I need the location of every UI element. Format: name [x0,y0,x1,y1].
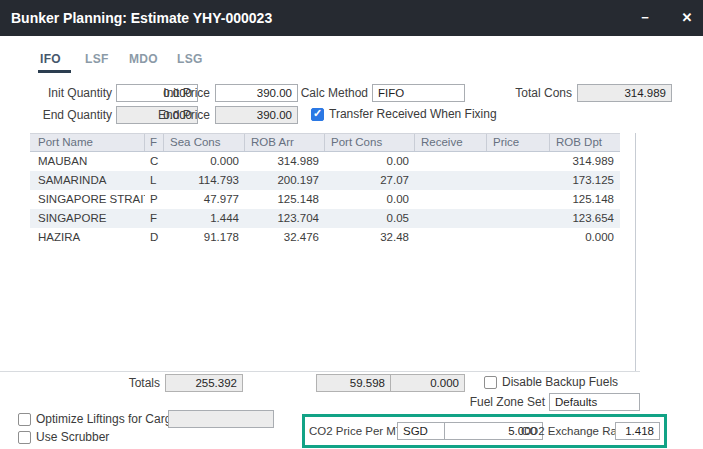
calc-method-input[interactable]: FIFO [372,84,465,102]
optimize-liftings-checkbox[interactable] [18,413,31,426]
cell-port-name: MAUBAN [30,152,145,171]
totals-receive: 0.000 [390,374,465,392]
co2-exchange-rate-label: CO2 Exchange Rate [521,422,611,440]
column-header-sea-cons[interactable]: Sea Cons [164,134,245,151]
cell-receive [415,228,487,247]
close-icon[interactable]: ✕ [676,0,698,36]
cell-port-name: SAMARINDA [30,171,145,190]
column-header-port-cons[interactable]: Port Cons [325,134,415,151]
co2-highlight-box: CO2 Price Per MT SGD 5.000 CO2 Exchange … [302,414,667,448]
table-row[interactable]: SAMARINDA L 114.793 200.197 27.07 173.12… [30,171,620,190]
end-price-label: End Price [140,106,210,124]
titlebar: Bunker Planning: Estimate YHY-000023 − ✕ [0,0,703,36]
column-header-port-name[interactable]: Port Name [30,134,145,151]
cell-rob-dpt: 173.125 [550,171,620,190]
table-row[interactable]: MAUBAN C 0.000 314.989 0.00 314.989 [30,152,620,171]
cell-port-cons: 27.07 [325,171,415,190]
cell-price [487,228,550,247]
column-header-f[interactable]: F [145,134,164,151]
optimize-liftings-label: Optimize Liftings for Cargo: [36,412,181,427]
transfer-received-checkbox[interactable] [311,108,324,121]
cell-sea-cons: 114.793 [164,171,245,190]
init-quantity-label: Init Quantity [16,84,112,102]
cell-port-cons: 0.05 [325,209,415,228]
cell-sea-cons: 0.000 [164,152,245,171]
cell-rob-dpt: 314.989 [550,152,620,171]
cell-rob-dpt: 125.148 [550,190,620,209]
tab-mdo[interactable]: MDO [129,52,158,66]
column-header-rob-dpt[interactable]: ROB Dpt [550,134,620,151]
cell-rob-arr: 200.197 [245,171,325,190]
end-quantity-label: End Quantity [16,106,112,124]
cell-rob-arr: 314.989 [245,152,325,171]
cell-f: F [145,209,164,228]
cell-receive [415,190,487,209]
cell-receive [415,152,487,171]
cell-price [487,171,550,190]
cell-price [487,209,550,228]
total-cons-input[interactable]: 314.989 [577,84,672,102]
disable-backup-fuels-label: Disable Backup Fuels [502,375,618,390]
total-cons-label: Total Cons [500,84,572,102]
cell-f: P [145,190,164,209]
init-price-label: Init Price [140,84,210,102]
column-header-receive[interactable]: Receive [415,134,487,151]
cell-rob-arr: 32.476 [245,228,325,247]
init-price-input[interactable]: 390.00 [215,84,298,102]
cell-price [487,152,550,171]
column-header-price[interactable]: Price [487,134,550,151]
column-header-rob-arr[interactable]: ROB Arr [245,134,325,151]
totals-label: Totals [100,374,160,392]
use-scrubber-checkbox[interactable] [18,431,31,444]
cell-port-cons: 0.00 [325,190,415,209]
table-header: Port Name F Sea Cons ROB Arr Port Cons R… [30,133,620,152]
co2-price-label: CO2 Price Per MT [309,422,393,440]
table-row[interactable]: HAZIRA D 91.178 32.476 32.48 0.000 [30,228,620,247]
cell-port-name: SINGAPORE STRAIT [30,190,145,209]
optimize-liftings-input[interactable] [168,410,274,428]
tab-lsg[interactable]: LSG [177,52,203,66]
section-divider [0,371,640,372]
grid-right-border [635,133,636,372]
totals-port-cons: 59.598 [316,374,391,392]
dialog-title: Bunker Planning: Estimate YHY-000023 [11,0,272,36]
fuel-zone-set-input[interactable]: Defaults [549,393,640,411]
cell-port-cons: 0.00 [325,152,415,171]
cell-port-cons: 32.48 [325,228,415,247]
cell-rob-arr: 125.148 [245,190,325,209]
table-row[interactable]: SINGAPORE STRAIT P 47.977 125.148 0.00 1… [30,190,620,209]
tab-ifo[interactable]: IFO [40,52,61,66]
cell-f: C [145,152,164,171]
cell-sea-cons: 47.977 [164,190,245,209]
active-tab-underline [38,70,71,73]
cell-sea-cons: 1.444 [164,209,245,228]
cell-receive [415,209,487,228]
cell-f: L [145,171,164,190]
cell-price [487,190,550,209]
cell-receive [415,171,487,190]
totals-sea-cons: 255.392 [165,374,243,392]
cell-sea-cons: 91.178 [164,228,245,247]
bunker-planning-dialog: Bunker Planning: Estimate YHY-000023 − ✕… [0,0,703,449]
minimize-icon[interactable]: − [634,0,656,36]
cell-port-name: HAZIRA [30,228,145,247]
table-row[interactable]: SINGAPORE F 1.444 123.704 0.05 123.654 [30,209,620,228]
co2-currency-input[interactable]: SGD [397,422,445,440]
co2-exchange-rate-input[interactable]: 1.418 [615,422,660,440]
use-scrubber-label: Use Scrubber [36,430,109,445]
cell-rob-arr: 123.704 [245,209,325,228]
cell-rob-dpt: 123.654 [550,209,620,228]
tab-lsf[interactable]: LSF [85,52,109,66]
fuel-zone-set-label: Fuel Zone Set [468,393,545,411]
cell-f: D [145,228,164,247]
transfer-received-label: Transfer Received When Fixing [329,107,497,122]
cell-port-name: SINGAPORE [30,209,145,228]
disable-backup-fuels-checkbox[interactable] [484,376,497,389]
end-price-input[interactable]: 390.00 [215,106,298,124]
calc-method-label: Calc Method [288,84,368,102]
cell-rob-dpt: 0.000 [550,228,620,247]
